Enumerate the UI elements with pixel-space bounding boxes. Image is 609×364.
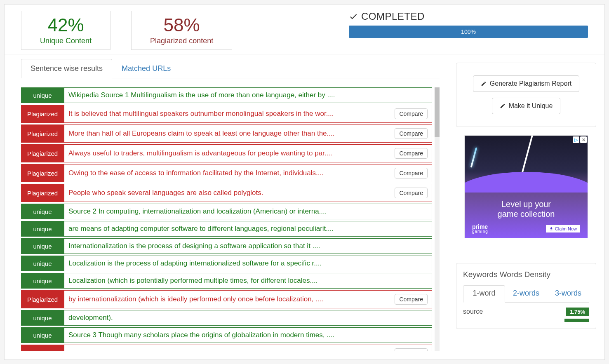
unique-tag: unique — [21, 204, 64, 219]
result-body[interactable]: are means of adapting computer software … — [64, 221, 432, 237]
keyword-pct: 1.75% — [566, 308, 589, 316]
ad-info-icon[interactable]: ▷ — [573, 136, 579, 143]
ad-brand: prime gaming — [472, 224, 488, 234]
ad-cta-button[interactable]: Claim Now — [546, 225, 580, 232]
top-summary: 42% Unique Content 58% Plagiarized conte… — [5, 5, 604, 54]
results-list[interactable]: uniqueWikipedia Source 1 Multilingualism… — [21, 87, 432, 351]
result-row: PlagiarizedIt is believed that multiling… — [21, 105, 432, 123]
unique-content-stat: 42% Unique Content — [21, 11, 111, 50]
result-row: uniqueLocalization (which is potentially… — [21, 273, 432, 289]
compare-button[interactable]: Compare — [395, 188, 428, 198]
plagiarized-tag: Plagiarized — [21, 345, 64, 351]
result-body[interactable]: Localization is the process of adapting … — [64, 256, 432, 271]
ad-hero-image — [465, 136, 588, 175]
unique-tag: unique — [21, 273, 64, 289]
plagiarized-tag: Plagiarized — [21, 184, 64, 202]
result-text: Always useful to traders, multilingualis… — [68, 149, 332, 157]
result-body[interactable]: Wikipedia Source 1 Multilingualism is th… — [64, 87, 432, 103]
result-text: Source 3 Though many scholars place the … — [68, 331, 334, 339]
result-text: long before the European Age of Discover… — [68, 350, 351, 351]
generate-report-button[interactable]: Generate Plagiarism Report — [473, 75, 579, 92]
unique-tag: unique — [21, 87, 64, 103]
status-area: COMPLETED 100% — [349, 11, 588, 38]
keywords-tabs: 1-word 2-words 3-words — [463, 285, 589, 303]
ad-body: Level up your game collection prime gami… — [465, 199, 588, 234]
result-body[interactable]: development). — [64, 310, 432, 326]
compare-button[interactable]: Compare — [395, 108, 428, 119]
main-area: Sentence wise results Matched URLs uniqu… — [5, 54, 604, 359]
scrollbar[interactable] — [435, 87, 440, 351]
compare-button[interactable]: Compare — [395, 168, 428, 178]
result-body[interactable]: Localization (which is potentially perfo… — [64, 273, 432, 289]
stats-pair: 42% Unique Content 58% Plagiarized conte… — [21, 11, 232, 50]
result-text: Internationalization is the process of d… — [68, 242, 320, 250]
result-text: Wikipedia Source 1 Multilingualism is th… — [68, 91, 335, 99]
unique-label: Unique Content — [40, 37, 92, 45]
plag-percent: 58% — [150, 15, 213, 35]
tab-sentence-results[interactable]: Sentence wise results — [21, 59, 112, 78]
result-text: are means of adapting computer software … — [68, 225, 334, 233]
result-body[interactable]: long before the European Age of Discover… — [64, 345, 432, 351]
compare-button[interactable]: Compare — [395, 148, 428, 159]
result-text: People who speak several languages are a… — [68, 189, 263, 197]
compare-button[interactable]: Compare — [395, 294, 428, 305]
result-text: Owing to the ease of access to informati… — [68, 169, 324, 177]
result-text: by internationalization (which is ideall… — [68, 295, 323, 303]
pencil-icon — [500, 103, 506, 109]
make-unique-label: Make it Unique — [509, 102, 553, 110]
plag-label: Plagiarized content — [150, 37, 213, 45]
advertisement[interactable]: ▷ ✕ Level up your game collection prime … — [464, 135, 588, 238]
kw-tab-3words[interactable]: 3-words — [547, 285, 589, 303]
result-body[interactable]: It is believed that multilingual speaker… — [64, 105, 432, 123]
make-unique-button[interactable]: Make it Unique — [492, 98, 561, 114]
ad-close-icon[interactable]: ✕ — [580, 136, 587, 143]
scroll-thumb[interactable] — [435, 87, 440, 137]
result-row: PlagiarizedOwing to the ease of access t… — [21, 164, 432, 182]
tab-matched-label: Matched URLs — [122, 64, 171, 73]
unique-tag: unique — [21, 221, 64, 237]
unique-tag: unique — [21, 310, 64, 326]
result-row: uniqueInternationalization is the proces… — [21, 238, 432, 254]
kw-tab-2words[interactable]: 2-words — [505, 285, 547, 303]
unique-tag: unique — [21, 256, 64, 271]
result-body[interactable]: Source 2 In computing, internationalizat… — [64, 204, 432, 219]
result-text: More than half of all Europeans claim to… — [68, 129, 334, 138]
keywords-density-panel: Keywords Words Density 1-word 2-words 3-… — [456, 263, 596, 329]
result-body[interactable]: More than half of all Europeans claim to… — [64, 124, 432, 143]
unique-percent: 42% — [40, 15, 92, 35]
result-body[interactable]: Owing to the ease of access to informati… — [64, 164, 432, 182]
result-body[interactable]: Internationalization is the process of d… — [64, 238, 432, 254]
progress-text: 100% — [461, 28, 476, 35]
compare-button[interactable]: Compare — [395, 348, 428, 351]
ad-headline: Level up your game collection — [465, 199, 588, 219]
result-row: uniquedevelopment). — [21, 310, 432, 326]
result-row: uniqueSource 2 In computing, internation… — [21, 204, 432, 219]
unique-tag: unique — [21, 238, 64, 254]
result-row: PlagiarizedAlways useful to traders, mul… — [21, 144, 432, 162]
unique-tag: unique — [21, 327, 64, 343]
kw-tab-1word[interactable]: 1-word — [463, 285, 505, 303]
keywords-title: Keywords Words Density — [463, 270, 589, 279]
tabs-nav: Sentence wise results Matched URLs — [21, 59, 440, 78]
plagiarized-tag: Plagiarized — [21, 290, 64, 308]
result-text: Localization (which is potentially perfo… — [68, 277, 317, 285]
result-body[interactable]: by internationalization (which is ideall… — [64, 290, 432, 308]
result-text: It is believed that multilingual speaker… — [68, 110, 334, 118]
ad-cta-label: Claim Now — [555, 226, 577, 231]
keyword-bar-fragment — [564, 319, 589, 322]
result-body[interactable]: Source 3 Though many scholars place the … — [64, 327, 432, 343]
generate-report-label: Generate Plagiarism Report — [490, 80, 571, 87]
result-row: PlagiarizedMore than half of all Europea… — [21, 124, 432, 143]
compare-button[interactable]: Compare — [395, 128, 428, 139]
tab-sentence-label: Sentence wise results — [31, 64, 103, 73]
right-column: Generate Plagiarism Report Make it Uniqu… — [448, 54, 604, 359]
result-row: uniqueWikipedia Source 1 Multilingualism… — [21, 87, 432, 103]
left-column: Sentence wise results Matched URLs uniqu… — [5, 54, 448, 359]
result-row: PlagiarizedPeople who speak several lang… — [21, 184, 432, 202]
tab-matched-urls[interactable]: Matched URLs — [112, 59, 180, 78]
result-body[interactable]: People who speak several languages are a… — [64, 184, 432, 202]
action-panel: Generate Plagiarism Report Make it Uniqu… — [456, 63, 596, 127]
result-body[interactable]: Always useful to traders, multilingualis… — [64, 144, 432, 162]
keyword-word: source — [463, 308, 483, 315]
result-row: uniqueSource 3 Though many scholars plac… — [21, 327, 432, 343]
